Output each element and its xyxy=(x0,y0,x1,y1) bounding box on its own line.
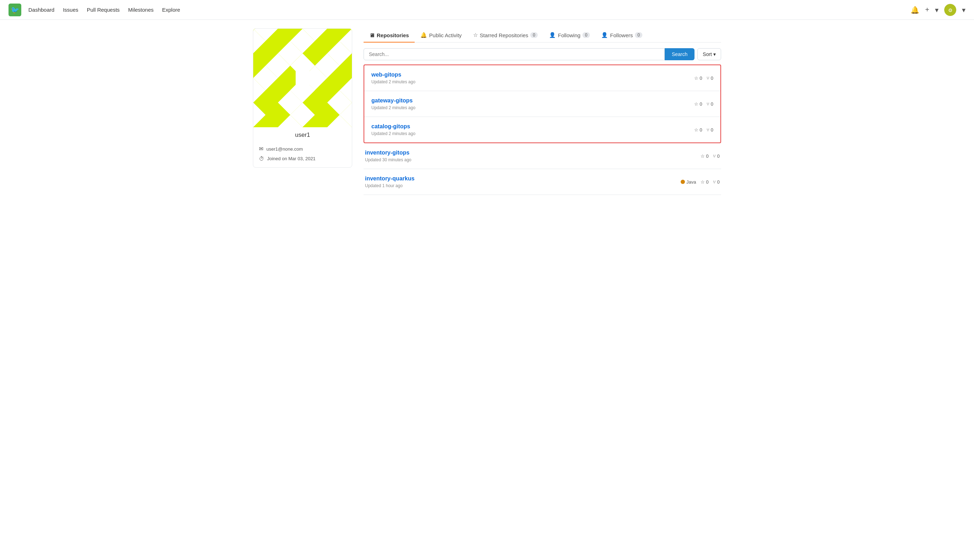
star-count: ☆ 0 xyxy=(694,102,702,107)
nav-explore[interactable]: Explore xyxy=(162,7,180,13)
page-layout: user1 ✉ user1@none.com ⏱ Joined on Mar 0… xyxy=(239,20,735,203)
svg-text:⚙: ⚙ xyxy=(948,7,953,13)
repo-updated: Updated 2 minutes ago xyxy=(371,131,415,136)
user-avatar[interactable]: ⚙ xyxy=(944,4,956,16)
repo-meta: ☆ 0 ⑂ 0 xyxy=(694,102,713,107)
tab-starred-repositories[interactable]: ☆ Starred Repositories 0 xyxy=(468,28,543,43)
star-icon: ☆ xyxy=(694,127,698,133)
nav-issues[interactable]: Issues xyxy=(63,7,78,13)
followers-badge: 0 xyxy=(635,32,642,38)
joined-date: Joined on Mar 03, 2021 xyxy=(267,156,316,161)
sidebar-info: ✉ user1@none.com ⏱ Joined on Mar 03, 202… xyxy=(253,143,352,167)
joined-row: ⏱ Joined on Mar 03, 2021 xyxy=(259,156,346,162)
language-label: Java xyxy=(681,179,696,185)
plus-icon[interactable]: + xyxy=(925,6,929,14)
star-count: ☆ 0 xyxy=(694,75,702,81)
repo-updated: Updated 2 minutes ago xyxy=(371,79,415,84)
repo-info: inventory-gitops Updated 30 minutes ago xyxy=(365,150,411,162)
followers-icon: 👤 xyxy=(601,32,608,38)
repo-name-gateway-gitops[interactable]: gateway-gitops xyxy=(371,97,413,103)
nav-dashboard[interactable]: Dashboard xyxy=(28,7,54,13)
dropdown-icon[interactable]: ▾ xyxy=(935,6,939,14)
search-button[interactable]: Search xyxy=(665,48,695,60)
notification-icon[interactable]: 🔔 xyxy=(911,6,919,14)
fork-icon: ⑂ xyxy=(707,75,709,81)
language-name: Java xyxy=(686,179,696,185)
nav-links: Dashboard Issues Pull Requests Milestone… xyxy=(28,7,911,13)
fork-count: ⑂ 0 xyxy=(713,153,720,159)
star-icon: ☆ xyxy=(694,75,698,81)
email-icon: ✉ xyxy=(259,146,264,152)
repo-name-inventory-quarkus[interactable]: inventory-quarkus xyxy=(365,175,414,182)
tabs: 🖥 Repositories 🔔 Public Activity ☆ Starr… xyxy=(364,28,721,43)
main-content: 🖥 Repositories 🔔 Public Activity ☆ Starr… xyxy=(364,28,721,195)
repo-info: web-gitops Updated 2 minutes ago xyxy=(371,72,415,84)
sidebar: user1 ✉ user1@none.com ⏱ Joined on Mar 0… xyxy=(253,28,352,195)
repo-meta: ☆ 0 ⑂ 0 xyxy=(694,127,713,133)
search-row: Search Sort ▾ xyxy=(364,48,721,60)
repo-item: web-gitops Updated 2 minutes ago ☆ 0 ⑂ 0 xyxy=(364,65,720,91)
nav-milestones[interactable]: Milestones xyxy=(128,7,154,13)
fork-count: ⑂ 0 xyxy=(713,179,720,185)
sort-chevron-icon: ▾ xyxy=(713,52,716,57)
repo-info: inventory-quarkus Updated 1 hour ago xyxy=(365,175,414,188)
search-input[interactable] xyxy=(364,48,665,60)
repos-icon: 🖥 xyxy=(369,32,374,38)
star-icon: ☆ xyxy=(473,32,478,38)
star-count: ☆ 0 xyxy=(694,127,702,133)
following-icon: 👤 xyxy=(549,32,556,38)
repo-updated: Updated 1 hour ago xyxy=(365,183,414,188)
repo-name-inventory-gitops[interactable]: inventory-gitops xyxy=(365,150,409,156)
fork-count: ⑂ 0 xyxy=(707,75,713,81)
repo-meta: ☆ 0 ⑂ 0 xyxy=(694,75,713,81)
activity-icon: 🔔 xyxy=(420,32,427,38)
fork-icon: ⑂ xyxy=(707,102,709,107)
avatar-dropdown-icon[interactable]: ▾ xyxy=(962,6,966,14)
svg-rect-47 xyxy=(296,71,310,85)
star-count: ☆ 0 xyxy=(700,153,709,159)
starred-badge: 0 xyxy=(530,32,538,38)
fork-icon: ⑂ xyxy=(713,153,716,159)
repo-name-web-gitops[interactable]: web-gitops xyxy=(371,72,401,78)
repo-item: inventory-gitops Updated 30 minutes ago … xyxy=(364,143,721,169)
avatar-box: user1 ✉ user1@none.com ⏱ Joined on Mar 0… xyxy=(253,28,352,168)
plain-repo-list: inventory-gitops Updated 30 minutes ago … xyxy=(364,143,721,195)
email-row: ✉ user1@none.com xyxy=(259,146,346,152)
star-count: ☆ 0 xyxy=(700,179,709,185)
repo-info: gateway-gitops Updated 2 minutes ago xyxy=(371,97,415,110)
repo-meta: ☆ 0 ⑂ 0 xyxy=(700,153,720,159)
star-icon: ☆ xyxy=(700,179,705,185)
repo-info: catalog-gitops Updated 2 minutes ago xyxy=(371,123,415,136)
fork-count: ⑂ 0 xyxy=(707,127,713,133)
repo-updated: Updated 2 minutes ago xyxy=(371,105,415,110)
repo-item: gateway-gitops Updated 2 minutes ago ☆ 0… xyxy=(364,91,720,117)
user-email: user1@none.com xyxy=(266,147,303,152)
tab-following[interactable]: 👤 Following 0 xyxy=(543,28,596,43)
language-dot xyxy=(681,180,685,184)
star-icon: ☆ xyxy=(700,153,705,159)
logo[interactable]: 🐦 xyxy=(8,3,21,16)
repo-meta: Java ☆ 0 ⑂ 0 xyxy=(681,179,720,185)
repo-item: inventory-quarkus Updated 1 hour ago Jav… xyxy=(364,169,721,195)
star-icon: ☆ xyxy=(694,102,698,107)
fork-icon: ⑂ xyxy=(707,127,709,133)
tab-followers[interactable]: 👤 Followers 0 xyxy=(596,28,648,43)
sort-button[interactable]: Sort ▾ xyxy=(697,48,721,60)
nav-pull-requests[interactable]: Pull Requests xyxy=(87,7,120,13)
following-badge: 0 xyxy=(582,32,590,38)
clock-icon: ⏱ xyxy=(259,156,264,162)
repo-updated: Updated 30 minutes ago xyxy=(365,157,411,162)
svg-text:🐦: 🐦 xyxy=(11,6,20,14)
repo-item: catalog-gitops Updated 2 minutes ago ☆ 0… xyxy=(364,117,720,142)
username: user1 xyxy=(253,127,352,143)
nav-right: 🔔 + ▾ ⚙ ▾ xyxy=(911,4,966,16)
highlighted-repo-list: web-gitops Updated 2 minutes ago ☆ 0 ⑂ 0 xyxy=(364,65,721,143)
tab-repositories[interactable]: 🖥 Repositories xyxy=(364,29,414,43)
fork-count: ⑂ 0 xyxy=(707,102,713,107)
tab-public-activity[interactable]: 🔔 Public Activity xyxy=(414,28,468,43)
fork-icon: ⑂ xyxy=(713,179,716,185)
top-navigation: 🐦 Dashboard Issues Pull Requests Milesto… xyxy=(0,0,974,20)
repo-name-catalog-gitops[interactable]: catalog-gitops xyxy=(371,123,410,129)
